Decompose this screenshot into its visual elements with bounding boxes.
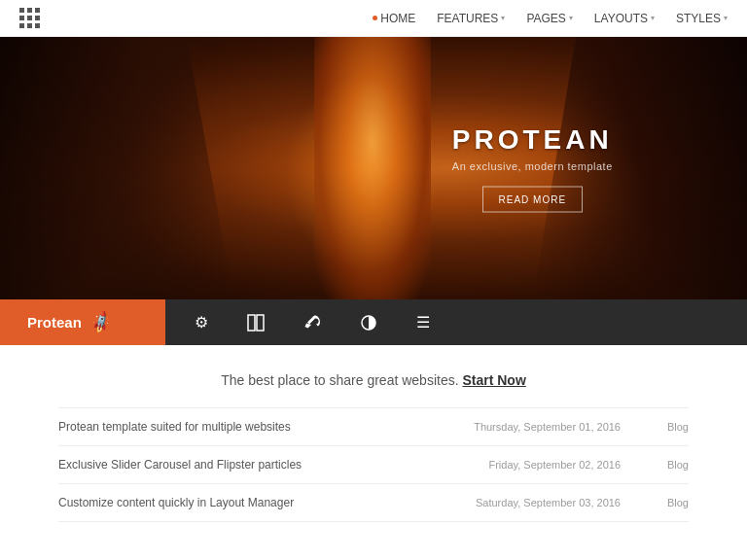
hero-section: PROTEAN An exclusive, modern template RE…: [0, 37, 747, 299]
blog-date: Saturday, September 03, 2016: [476, 497, 621, 508]
wrench-icon[interactable]: [284, 300, 340, 345]
blog-date: Friday, September 02, 2016: [488, 459, 621, 471]
site-logo[interactable]: [19, 8, 40, 28]
contrast-icon[interactable]: [340, 300, 397, 345]
nav-item-layouts[interactable]: LAYOUTS ▾: [594, 12, 655, 25]
case-studies-title: Our best case studies...: [0, 551, 747, 560]
hero-subtitle: An exclusive, modern template: [452, 160, 613, 172]
hamburger-menu-icon[interactable]: [397, 299, 449, 345]
blog-row: Customize content quickly in Layout Mana…: [58, 484, 689, 522]
nav-item-styles[interactable]: STYLES ▾: [676, 12, 728, 25]
chevron-down-icon: ▾: [501, 14, 505, 22]
tagline-section: The best place to share great websites. …: [0, 345, 747, 407]
brand-label: Protean: [27, 314, 82, 331]
tool-icons-bar: [165, 299, 747, 345]
svg-rect-0: [248, 315, 255, 331]
blog-category: Blog: [659, 497, 689, 508]
active-dot: [373, 16, 377, 20]
blog-category: Blog: [659, 421, 689, 433]
tagline-text: The best place to share great websites.: [221, 372, 458, 388]
blog-title: Exclusive Slider Carousel and Flipster p…: [58, 458, 488, 472]
blog-row: Exclusive Slider Carousel and Flipster p…: [58, 446, 689, 484]
blog-category: Blog: [659, 459, 689, 471]
rocket-icon: 🚀: [88, 309, 114, 334]
glow-effect: [284, 77, 440, 271]
svg-rect-1: [257, 315, 264, 331]
blog-title: Customize content quickly in Layout Mana…: [58, 496, 476, 509]
hero-title: PROTEAN: [452, 124, 613, 156]
hero-bottom-bar: Protean 🚀: [0, 299, 747, 345]
blog-date: Thursday, September 01, 2016: [474, 421, 621, 433]
top-navigation: HOME FEATURES ▾ PAGES ▾ LAYOUTS ▾ STYLES…: [0, 0, 747, 37]
hero-content: PROTEAN An exclusive, modern template RE…: [452, 124, 613, 213]
nav-item-home[interactable]: HOME: [373, 12, 415, 25]
blog-title: Protean template suited for multiple web…: [58, 420, 474, 434]
layout-icon[interactable]: [228, 300, 284, 345]
brand-tab[interactable]: Protean 🚀: [0, 299, 165, 345]
settings-icon[interactable]: [175, 299, 228, 345]
chevron-down-icon: ▾: [651, 14, 655, 22]
chevron-down-icon: ▾: [724, 14, 728, 22]
start-now-link[interactable]: Start Now: [462, 372, 525, 388]
nav-menu: HOME FEATURES ▾ PAGES ▾ LAYOUTS ▾ STYLES…: [373, 12, 728, 25]
chevron-down-icon: ▾: [569, 14, 573, 22]
read-more-button[interactable]: READ MORE: [482, 187, 584, 213]
blog-list: Protean template suited for multiple web…: [0, 407, 747, 522]
blog-row: Protean template suited for multiple web…: [58, 407, 689, 446]
nav-item-pages[interactable]: PAGES ▾: [526, 12, 572, 25]
nav-item-features[interactable]: FEATURES ▾: [437, 12, 505, 25]
